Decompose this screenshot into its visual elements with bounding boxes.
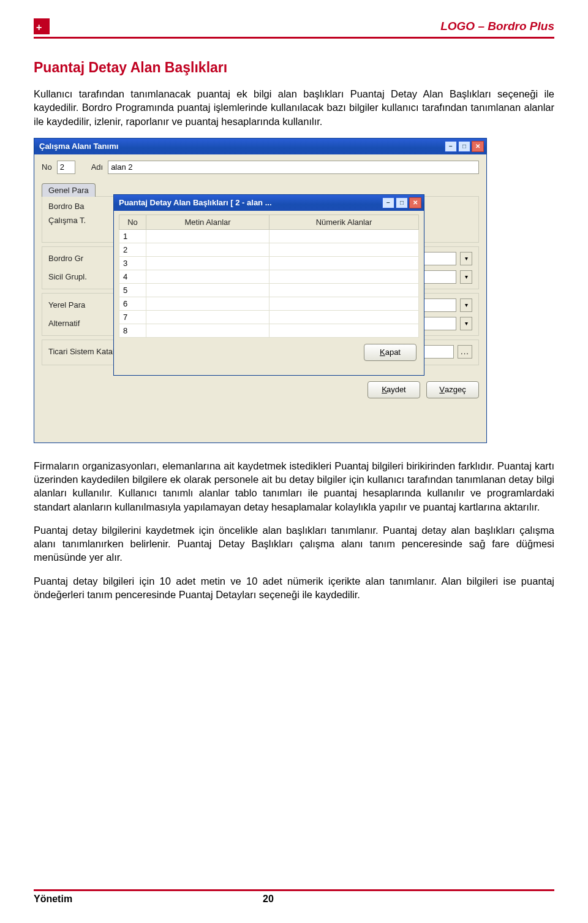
chevron-down-icon[interactable]: ▾ xyxy=(460,317,472,330)
close-icon[interactable]: ✕ xyxy=(409,197,421,208)
ellipsis-icon[interactable]: ... xyxy=(458,345,472,359)
kapat-button[interactable]: Kapat xyxy=(364,344,417,361)
page-number: 20 xyxy=(263,894,274,905)
titlebar-bg: Çalışma Alanı Tanımı − □ ✕ xyxy=(34,139,486,154)
table-row: 2 xyxy=(119,243,419,256)
no-label: No xyxy=(42,162,52,172)
section-title: Puantaj Detay Alan Başlıkları xyxy=(34,59,554,76)
window-modal: Puantaj Detay Alan Başlıkları [ 2 - alan… xyxy=(113,194,424,376)
close-icon[interactable]: ✕ xyxy=(472,141,484,152)
kaydet-button[interactable]: Kaydet xyxy=(368,381,420,398)
chevron-down-icon[interactable]: ▾ xyxy=(460,252,472,265)
table-row: 1 xyxy=(119,229,419,243)
table-row: 4 xyxy=(119,270,419,283)
minimize-icon[interactable]: − xyxy=(382,197,394,208)
body-paragraph-4: Puantaj detay bilgileri için 10 adet met… xyxy=(34,574,554,602)
table-row: 5 xyxy=(119,283,419,297)
grid-table[interactable]: No Metin Alanlar Nümerik Alanlar 1 2 3 4… xyxy=(119,215,419,338)
label-bordro-gr: Bordro Gr xyxy=(48,254,122,263)
no-field[interactable]: 2 xyxy=(57,161,75,174)
screenshot-block: Çalışma Alanı Tanımı − □ ✕ No 2 Adı alan… xyxy=(34,138,487,444)
page-header: + LOGO – Bordro Plus xyxy=(34,18,554,39)
titlebar-modal: Puantaj Detay Alan Başlıkları [ 2 - alan… xyxy=(114,195,424,211)
intro-paragraph-1: Kullanıcı tarafından tanımlanacak puanta… xyxy=(34,87,554,128)
chevron-down-icon[interactable]: ▾ xyxy=(460,298,472,312)
col-metin: Metin Alanlar xyxy=(146,215,270,229)
table-row: 8 xyxy=(119,324,419,337)
vazgec-button[interactable]: Vazgeç xyxy=(426,381,479,398)
label-bordro-ba: Bordro Ba xyxy=(48,202,122,211)
label-yerel-para: Yerel Para xyxy=(48,300,122,310)
chevron-down-icon[interactable]: ▾ xyxy=(460,270,472,284)
label-calisma-t: Çalışma T. xyxy=(48,216,122,225)
page-footer: Yönetim 20 xyxy=(34,889,554,905)
col-numerik: Nümerik Alanlar xyxy=(270,215,419,229)
product-name: LOGO – Bordro Plus xyxy=(440,20,554,33)
tab-genel-para[interactable]: Genel Para xyxy=(42,183,96,197)
maximize-icon[interactable]: □ xyxy=(396,197,408,208)
adi-field[interactable]: alan 2 xyxy=(108,161,479,174)
table-row: 7 xyxy=(119,310,419,324)
body-paragraph-2: Firmaların organizasyonları, elemanların… xyxy=(34,459,554,514)
footer-section: Yönetim xyxy=(34,894,72,905)
title-bg: Çalışma Alanı Tanımı xyxy=(39,142,445,151)
label-sicil-grupl: Sicil Grupl. xyxy=(48,272,122,281)
table-row: 6 xyxy=(119,297,419,310)
label-alternatif: Alternatif xyxy=(48,319,122,328)
col-no: No xyxy=(119,215,146,229)
title-modal: Puantaj Detay Alan Başlıkları [ 2 - alan… xyxy=(119,198,382,207)
table-row: 3 xyxy=(119,256,419,270)
logo-icon: + xyxy=(34,18,50,34)
adi-label: Adı xyxy=(91,162,104,172)
minimize-icon[interactable]: − xyxy=(445,141,457,152)
maximize-icon[interactable]: □ xyxy=(458,141,470,152)
body-paragraph-3: Puantaj detay bilgilerini kaydetmek için… xyxy=(34,523,554,564)
